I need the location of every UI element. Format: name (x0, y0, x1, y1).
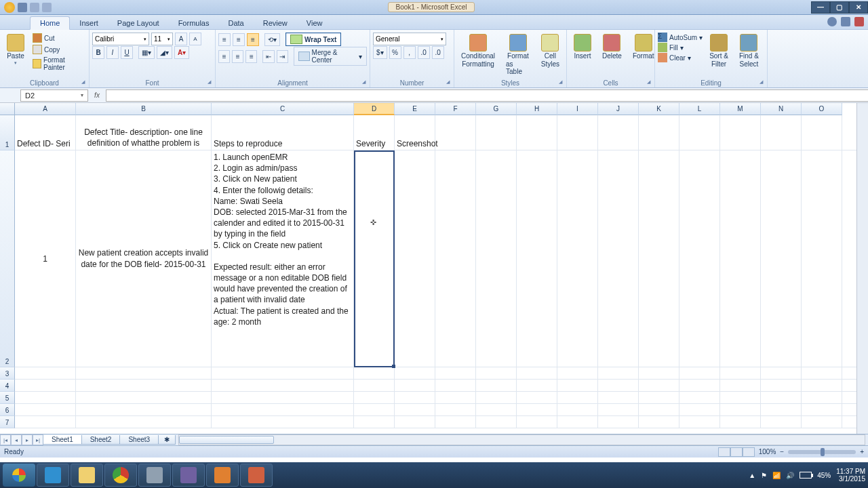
tray-action-icon[interactable]: ⚑ (761, 472, 767, 479)
orientation-button[interactable]: ⟲▾ (264, 33, 280, 46)
column-header-G[interactable]: G (476, 103, 517, 115)
zoom-slider[interactable] (788, 450, 856, 454)
sheet-nav-next[interactable]: ▸ (22, 434, 33, 445)
cell-C2[interactable]: 1. Launch openEMR 2. Login as admin/pass… (212, 150, 354, 367)
cell[interactable] (354, 367, 395, 379)
cell-styles-button[interactable]: CellStyles (537, 33, 564, 69)
cell[interactable] (761, 115, 802, 150)
decrease-decimal-button[interactable]: .0 (432, 46, 444, 59)
qat-undo-icon[interactable] (30, 3, 39, 12)
cell[interactable] (679, 404, 720, 415)
cell[interactable] (598, 404, 639, 415)
fill-color-button[interactable]: ◢▾ (157, 46, 172, 59)
tab-data[interactable]: Data (218, 17, 253, 29)
tray-flag-icon[interactable]: ▲ (749, 472, 755, 479)
close-workbook-icon[interactable] (854, 17, 864, 26)
taskbar-app[interactable] (172, 464, 205, 487)
row-header-1[interactable]: 1 (0, 115, 15, 150)
cell[interactable] (517, 392, 557, 403)
fx-button[interactable]: fx (91, 89, 103, 102)
cell[interactable] (435, 416, 476, 428)
taskbar-explorer[interactable] (71, 464, 103, 487)
cell[interactable] (517, 150, 557, 367)
cell[interactable] (639, 115, 679, 150)
worksheet-grid[interactable]: 1 2 3 4 5 6 7 ABCDEFGHIJKLMNO Defect ID-… (0, 103, 868, 434)
border-button[interactable]: ▦▾ (138, 46, 155, 59)
tray-volume-icon[interactable]: 🔊 (786, 472, 794, 479)
cell[interactable] (517, 367, 557, 379)
cell[interactable] (557, 404, 598, 415)
qat-save-icon[interactable] (18, 3, 27, 12)
cell[interactable] (761, 380, 802, 391)
cell[interactable] (76, 404, 212, 415)
battery-icon[interactable] (800, 472, 812, 479)
tab-review[interactable]: Review (254, 17, 297, 29)
cell[interactable] (557, 416, 598, 428)
horizontal-scrollbar[interactable] (178, 434, 865, 445)
column-header-L[interactable]: L (679, 103, 720, 115)
cell[interactable] (354, 404, 395, 415)
increase-indent-button[interactable]: ⇥ (277, 50, 288, 63)
column-header-C[interactable]: C (212, 103, 354, 115)
fill-button[interactable]: Fill▾ (658, 43, 703, 52)
cell[interactable] (395, 404, 435, 415)
cell[interactable] (435, 380, 476, 391)
column-header-I[interactable]: I (557, 103, 598, 115)
cell[interactable] (598, 392, 639, 403)
name-box[interactable]: D2▾ (20, 89, 88, 102)
sheet-tab-3[interactable]: Sheet3 (119, 435, 159, 445)
copy-button[interactable]: Copy (31, 44, 86, 55)
cell-A2[interactable]: 1 (15, 150, 76, 367)
tab-home[interactable]: Home (30, 16, 70, 30)
cell[interactable] (679, 416, 720, 428)
column-header-A[interactable]: A (15, 103, 76, 115)
bold-button[interactable]: B (92, 46, 104, 59)
cell[interactable] (802, 150, 842, 367)
row-header-2[interactable]: 2 (0, 150, 15, 367)
cell[interactable] (395, 416, 435, 428)
sheet-tab-1[interactable]: Sheet1 (43, 435, 82, 445)
zoom-out-button[interactable]: − (780, 448, 784, 455)
cell[interactable] (395, 150, 435, 367)
view-layout-button[interactable] (730, 447, 743, 457)
cell[interactable] (720, 392, 761, 403)
cell[interactable] (476, 416, 517, 428)
column-header-K[interactable]: K (639, 103, 679, 115)
cell[interactable] (557, 380, 598, 391)
start-button[interactable] (3, 464, 35, 487)
zoom-level[interactable]: 100% (759, 448, 776, 455)
cell[interactable] (435, 150, 476, 367)
taskbar-chrome[interactable] (104, 464, 137, 487)
cell[interactable] (476, 404, 517, 415)
format-painter-button[interactable]: Format Painter (31, 56, 86, 72)
cell[interactable] (557, 392, 598, 403)
cell[interactable] (517, 416, 557, 428)
align-top-button[interactable]: ≡ (218, 33, 231, 46)
autosum-button[interactable]: ΣAutoSum▾ (658, 33, 703, 42)
align-center-button[interactable]: ≡ (232, 50, 243, 63)
cell[interactable] (639, 150, 679, 367)
cell[interactable] (679, 380, 720, 391)
cell[interactable] (639, 416, 679, 428)
cell[interactable] (395, 380, 435, 391)
cell[interactable] (212, 367, 354, 379)
font-size-select[interactable]: 11▾ (151, 33, 173, 45)
shrink-font-button[interactable]: A (189, 33, 201, 45)
minimize-button[interactable]: — (811, 1, 830, 14)
select-all-corner[interactable] (0, 103, 15, 115)
cell[interactable] (517, 404, 557, 415)
tab-insert[interactable]: Insert (70, 17, 108, 29)
cell[interactable] (720, 416, 761, 428)
sheet-nav-first[interactable]: |◂ (0, 434, 11, 445)
cell[interactable] (598, 416, 639, 428)
cell[interactable] (679, 367, 720, 379)
align-left-button[interactable]: ≡ (218, 50, 230, 63)
cell[interactable] (679, 150, 720, 367)
tray-network-icon[interactable]: 📶 (772, 472, 781, 479)
column-header-D[interactable]: D (354, 103, 395, 115)
sheet-nav-last[interactable]: ▸| (33, 434, 43, 445)
cell[interactable] (15, 392, 76, 403)
column-header-N[interactable]: N (761, 103, 802, 115)
cell[interactable] (354, 380, 395, 391)
row-header[interactable]: 4 (0, 380, 15, 392)
